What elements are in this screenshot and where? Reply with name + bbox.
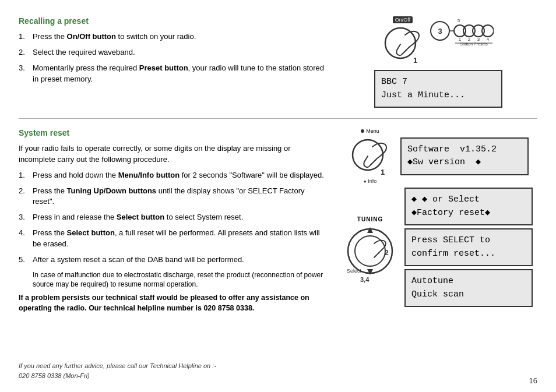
bottom-step-num-5: 5. (19, 255, 29, 266)
tuning-diagram: TUNING 2 (344, 216, 396, 283)
bottom-step-3: 3. Press in and release the Select butto… (19, 212, 328, 223)
top-diagrams: On/Off 1 (339, 16, 537, 66)
bottom-step-4: 4. Press the Select button, a full reset… (19, 228, 328, 250)
bottom-lcd2: ◆ ◆ or Select ◆Factory reset◆ (404, 188, 533, 225)
preset-circles: 3 1 2 3 4 (430, 16, 494, 45)
bottom-left-col: System reset If your radio fails to oper… (19, 128, 339, 380)
top-step-num-3: 3. (19, 63, 29, 85)
tuning-svg: 2 3,4 Select (344, 225, 396, 283)
svg-marker-19 (367, 269, 373, 275)
bottom-step-1: 1. Press and hold down the Menu/Info but… (19, 170, 328, 181)
info-label-text: ● Info (364, 178, 376, 184)
footer: If you need any further advice, please c… (19, 361, 216, 380)
top-lcd-line1: BBC 7 (381, 76, 495, 89)
footer-line2: 020 8758 0338 (Mon-Fri) (19, 371, 216, 381)
footer-line1: If you need any further advice, please c… (19, 361, 216, 371)
top-step-text-2: Select the required waveband. (33, 47, 135, 58)
top-right-col: On/Off 1 (339, 16, 537, 108)
bottom-step-5: 5. After a system reset a scan of the DA… (19, 255, 328, 266)
svg-point-0 (385, 28, 416, 58)
bottom-step-text-2: Press the Tuning Up/Down buttons until t… (33, 186, 328, 208)
svg-text:Select: Select (347, 268, 362, 274)
page: Recalling a preset 1. Press the On/Off b… (0, 0, 556, 392)
bottom-step-text-3: Press in and release the Select button t… (33, 212, 243, 223)
top-section: Recalling a preset 1. Press the On/Off b… (19, 16, 537, 119)
bottom-step-text-4: Press the Select button, a full reset wi… (33, 228, 328, 250)
top-left-col: Recalling a preset 1. Press the On/Off b… (19, 16, 339, 108)
bottom-lcd2-line1: ◆ ◆ or Select (411, 193, 526, 207)
bottom-note: In case of malfunction due to electrosta… (33, 270, 328, 290)
bottom-section-title: System reset (19, 128, 328, 137)
svg-point-16 (353, 140, 383, 170)
bottom-lcd1: Software v1.35.2 ◆Sw version ◆ (400, 137, 529, 175)
info-dot-icon: ● (364, 179, 367, 184)
bottom-lcd4: Autotune Quick scan (404, 269, 533, 307)
svg-text:3,4: 3,4 (360, 276, 370, 283)
svg-text:3: 3 (477, 37, 480, 42)
bottom-lcd3: Press SELECT to confirm reset... (404, 228, 533, 266)
menu-dot-label: Menu (361, 128, 379, 134)
onoff-diagram: On/Off 1 (383, 16, 423, 66)
menuinfo-diagram: Menu 1 ● Info (348, 128, 392, 184)
bottom-section: System reset If your radio fails to oper… (19, 128, 537, 380)
page-number: 16 (529, 376, 537, 385)
bottom-step-num-2: 2. (19, 186, 29, 208)
svg-text:2: 2 (468, 37, 471, 42)
bottom-lcd3-line2: confirm reset... (411, 248, 526, 261)
svg-text:2: 2 (385, 249, 389, 257)
bottom-intro: If your radio fails to operate correctly… (19, 143, 328, 165)
bottom-warning: If a problem persists our technical staf… (19, 293, 328, 313)
top-section-title: Recalling a preset (19, 16, 328, 26)
top-step-num-2: 2. (19, 47, 29, 58)
top-step-2: 2. Select the required waveband. (19, 47, 328, 58)
bottom-right-col: Menu 1 ● Info So (339, 128, 537, 380)
onoff-label: On/Off (393, 16, 413, 23)
bottom-step-num-1: 1. (19, 170, 29, 181)
menu-label-text: Menu (366, 128, 379, 134)
tuning-diagram-pair: TUNING 2 (339, 188, 537, 307)
svg-text:1: 1 (381, 168, 385, 176)
bottom-step-num-4: 4. (19, 228, 29, 250)
top-lcd-line2: Just a Minute... (381, 89, 495, 103)
svg-text:5: 5 (458, 18, 460, 23)
bottom-lcd1-line2: ◆Sw version ◆ (407, 156, 522, 169)
bottom-lcd4-line2: Quick scan (411, 288, 526, 302)
top-step-1: 1. Press the On/Off button to switch on … (19, 31, 328, 43)
top-step-num-1: 1. (19, 31, 29, 43)
menuinfo-diagram-pair: Menu 1 ● Info So (339, 128, 537, 184)
bottom-step-num-3: 3. (19, 212, 29, 223)
presets-svg: 3 1 2 3 4 (430, 16, 494, 45)
station-presets-diagram: 3 1 2 3 4 (430, 16, 494, 47)
onoff-hand-svg: 1 (383, 24, 423, 66)
top-step-text-1: Press the On/Off button to switch on you… (33, 31, 196, 43)
svg-text:3: 3 (438, 27, 442, 36)
bottom-lcd3-line1: Press SELECT to (411, 234, 526, 248)
bottom-lcd-stack: ◆ ◆ or Select ◆Factory reset◆ Press SELE… (404, 188, 533, 307)
svg-marker-18 (367, 227, 373, 233)
top-lcd: BBC 7 Just a Minute... (374, 70, 502, 108)
svg-text:4: 4 (487, 37, 490, 42)
top-step-text-3: Momentarily press the required Preset bu… (33, 63, 328, 85)
bottom-lcd4-line1: Autotune (411, 275, 526, 288)
bottom-step-2: 2. Press the Tuning Up/Down buttons unti… (19, 186, 328, 208)
svg-text:1: 1 (413, 56, 417, 65)
tuning-label: TUNING (357, 216, 383, 223)
bottom-step-text-1: Press and hold down the Menu/Info button… (33, 170, 324, 181)
bottom-lcd2-line2: ◆Factory reset◆ (411, 207, 526, 220)
menu-dot-icon (361, 129, 364, 133)
svg-text:Station Presets: Station Presets (460, 42, 488, 45)
top-step-3: 3. Momentarily press the required Preset… (19, 63, 328, 85)
bottom-step-text-5: After a system reset a scan of the DAB b… (33, 255, 244, 266)
svg-text:1: 1 (459, 37, 462, 42)
bottom-lcd1-line1: Software v1.35.2 (407, 143, 522, 157)
menuinfo-svg: 1 (348, 135, 392, 177)
